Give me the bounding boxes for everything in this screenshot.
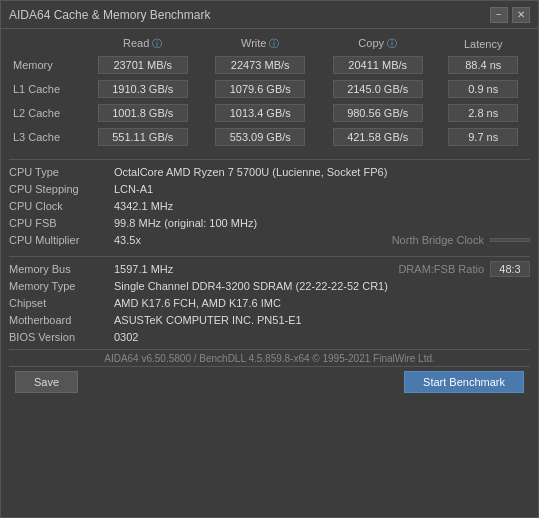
read-value: 23701 MB/s [84, 53, 201, 77]
window-title: AIDA64 Cache & Memory Benchmark [9, 8, 210, 22]
info-label: CPU Stepping [9, 183, 114, 195]
info-value: ASUSTeK COMPUTER INC. PN51-E1 [114, 314, 530, 326]
info-label: Chipset [9, 297, 114, 309]
main-content: Read ⓘ Write ⓘ Copy ⓘ Latency Memory [1, 29, 538, 517]
table-row: Memory 23701 MB/s 22473 MB/s 20411 MB/s … [9, 53, 530, 77]
info-row: Memory TypeSingle Channel DDR4-3200 SDRA… [9, 278, 530, 294]
mem-info-section: Memory Bus1597.1 MHzDRAM:FSB Ratio48:3Me… [9, 261, 530, 345]
info-row: CPU Clock4342.1 MHz [9, 198, 530, 214]
read-value: 1001.8 GB/s [84, 101, 201, 125]
titlebar: AIDA64 Cache & Memory Benchmark − ✕ [1, 1, 538, 29]
minimize-button[interactable]: − [490, 7, 508, 23]
row-label: Memory [9, 53, 84, 77]
info-value: OctalCore AMD Ryzen 7 5700U (Lucienne, S… [114, 166, 530, 178]
close-button[interactable]: ✕ [512, 7, 530, 23]
bottom-bar: Save Start Benchmark [9, 367, 530, 397]
row-label: L1 Cache [9, 77, 84, 101]
benchmark-table: Read ⓘ Write ⓘ Copy ⓘ Latency Memory [9, 35, 530, 149]
info-label: BIOS Version [9, 331, 114, 343]
main-window: AIDA64 Cache & Memory Benchmark − ✕ Read… [0, 0, 539, 518]
col-copy: Copy ⓘ [319, 35, 436, 53]
info-row: CPU FSB99.8 MHz (original: 100 MHz) [9, 215, 530, 231]
write-value: 1013.4 GB/s [201, 101, 318, 125]
info-label: Motherboard [9, 314, 114, 326]
copy-value: 421.58 GB/s [319, 125, 436, 149]
info-label: Memory Type [9, 280, 114, 292]
info-row: MotherboardASUSTeK COMPUTER INC. PN51-E1 [9, 312, 530, 328]
table-row: L1 Cache 1910.3 GB/s 1079.6 GB/s 2145.0 … [9, 77, 530, 101]
info-row: BIOS Version0302 [9, 329, 530, 345]
col-latency: Latency [436, 35, 530, 53]
latency-value: 88.4 ns [436, 53, 530, 77]
save-button[interactable]: Save [15, 371, 78, 393]
info-label: CPU Clock [9, 200, 114, 212]
info-value: LCN-A1 [114, 183, 530, 195]
copy-value: 20411 MB/s [319, 53, 436, 77]
col-read: Read ⓘ [84, 35, 201, 53]
row-label: L3 Cache [9, 125, 84, 149]
info-row: CPU TypeOctalCore AMD Ryzen 7 5700U (Luc… [9, 164, 530, 180]
info-label: CPU FSB [9, 217, 114, 229]
table-row: L3 Cache 551.11 GB/s 553.09 GB/s 421.58 … [9, 125, 530, 149]
copy-value: 2145.0 GB/s [319, 77, 436, 101]
info-row: CPU Multiplier43.5xNorth Bridge Clock [9, 232, 530, 248]
info-value: 4342.1 MHz [114, 200, 530, 212]
footer-text: AIDA64 v6.50.5800 / BenchDLL 4.5.859.8-x… [9, 349, 530, 367]
info-value: 0302 [114, 331, 530, 343]
dram-fsb-label: DRAM:FSB Ratio [398, 263, 484, 275]
read-value: 551.11 GB/s [84, 125, 201, 149]
read-info-icon[interactable]: ⓘ [152, 38, 162, 49]
info-row: Memory Bus1597.1 MHzDRAM:FSB Ratio48:3 [9, 261, 530, 277]
north-bridge-box [490, 238, 530, 242]
info-row: ChipsetAMD K17.6 FCH, AMD K17.6 IMC [9, 295, 530, 311]
info-value: AMD K17.6 FCH, AMD K17.6 IMC [114, 297, 530, 309]
copy-value: 980.56 GB/s [319, 101, 436, 125]
north-bridge-label: North Bridge Clock [392, 234, 484, 246]
info-value: 99.8 MHz (original: 100 MHz) [114, 217, 530, 229]
row-label: L2 Cache [9, 101, 84, 125]
info-value: 43.5x [114, 234, 372, 246]
table-row: L2 Cache 1001.8 GB/s 1013.4 GB/s 980.56 … [9, 101, 530, 125]
cpu-info-section: CPU TypeOctalCore AMD Ryzen 7 5700U (Luc… [9, 164, 530, 248]
write-value: 22473 MB/s [201, 53, 318, 77]
info-label: Memory Bus [9, 263, 114, 275]
latency-value: 9.7 ns [436, 125, 530, 149]
benchmark-button[interactable]: Start Benchmark [404, 371, 524, 393]
write-value: 553.09 GB/s [201, 125, 318, 149]
info-label: CPU Type [9, 166, 114, 178]
titlebar-controls: − ✕ [490, 7, 530, 23]
write-info-icon[interactable]: ⓘ [269, 38, 279, 49]
read-value: 1910.3 GB/s [84, 77, 201, 101]
latency-value: 0.9 ns [436, 77, 530, 101]
col-write: Write ⓘ [201, 35, 318, 53]
info-row: CPU SteppingLCN-A1 [9, 181, 530, 197]
latency-value: 2.8 ns [436, 101, 530, 125]
info-value: Single Channel DDR4-3200 SDRAM (22-22-22… [114, 280, 530, 292]
copy-info-icon[interactable]: ⓘ [387, 38, 397, 49]
info-value: 1597.1 MHz [114, 263, 388, 275]
dram-fsb-box: 48:3 [490, 261, 530, 277]
info-label: CPU Multiplier [9, 234, 114, 246]
write-value: 1079.6 GB/s [201, 77, 318, 101]
